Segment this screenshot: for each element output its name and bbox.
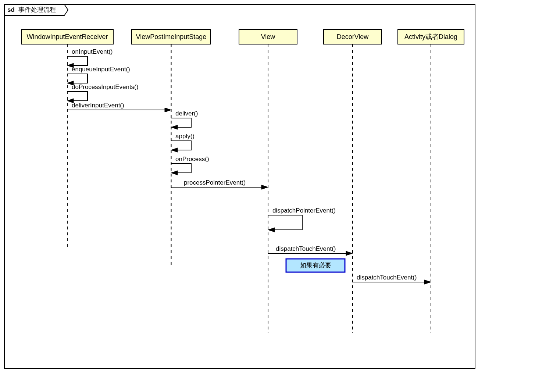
frame-prefix: sd — [7, 6, 15, 13]
participant-activityordialog: Activity或者Dialog — [398, 29, 464, 333]
msg-dispatchtouchevent-1: dispatchTouchEvent() — [268, 245, 353, 256]
participant-decorview: DecorView — [324, 29, 382, 333]
svg-marker-32 — [261, 185, 268, 189]
participant-windowinputeventreceiver: WindowInputEventReceiver — [21, 29, 113, 248]
msg-doprocessinputevents: doProcessInputEvents() — [67, 83, 138, 103]
msg-dispatchpointerevent: dispatchPointerEvent() — [268, 207, 336, 232]
msg-apply: apply() — [171, 133, 195, 152]
svg-marker-27 — [171, 148, 178, 152]
msg-deliverinputevent: deliverInputEvent() — [67, 102, 171, 112]
svg-text:WindowInputEventReceiver: WindowInputEventReceiver — [26, 33, 108, 40]
frame-title: 事件处理流程 — [18, 6, 56, 13]
svg-text:onInputEvent(): onInputEvent() — [72, 48, 113, 55]
msg-processpointerevent: processPointerEvent() — [171, 179, 268, 189]
svg-text:View: View — [261, 33, 276, 40]
svg-marker-29 — [171, 171, 178, 175]
svg-text:ViewPostImeInputStage: ViewPostImeInputStage — [136, 33, 207, 40]
msg-onprocess: onProcess() — [171, 156, 209, 175]
svg-marker-25 — [171, 125, 178, 129]
svg-text:deliver(): deliver() — [175, 110, 198, 117]
svg-text:onProcess(): onProcess() — [175, 156, 209, 163]
msg-enqueueinputevent: enqueueInputEvent() — [67, 66, 130, 85]
note-if-necessary: 如果有必要 — [286, 259, 345, 272]
svg-text:dispatchTouchEvent(): dispatchTouchEvent() — [276, 245, 336, 252]
svg-marker-42 — [424, 280, 431, 284]
svg-text:apply(): apply() — [175, 133, 195, 140]
svg-text:dispatchTouchEvent(): dispatchTouchEvent() — [357, 274, 417, 281]
svg-text:deliverInputEvent(): deliverInputEvent() — [72, 102, 124, 109]
svg-marker-37 — [346, 251, 353, 256]
svg-text:如果有必要: 如果有必要 — [300, 262, 331, 269]
svg-marker-34 — [268, 228, 275, 232]
svg-text:DecorView: DecorView — [337, 33, 369, 40]
participant-viewpostimeinputstage: ViewPostImeInputStage — [132, 29, 211, 267]
svg-text:dispatchPointerEvent(): dispatchPointerEvent() — [272, 207, 336, 214]
svg-text:Activity或者Dialog: Activity或者Dialog — [404, 33, 457, 40]
svg-text:processPointerEvent(): processPointerEvent() — [184, 179, 246, 186]
msg-dispatchtouchevent-2: dispatchTouchEvent() — [353, 274, 431, 284]
sequence-diagram: sd 事件处理流程 WindowInputEventReceiver ViewP… — [0, 0, 553, 392]
participant-view: View — [239, 29, 297, 333]
msg-deliver: deliver() — [171, 110, 198, 129]
msg-oninputevent: onInputEvent() — [67, 48, 113, 68]
frame-rect — [4, 4, 475, 368]
svg-text:doProcessInputEvents(): doProcessInputEvents() — [72, 83, 138, 90]
svg-text:enqueueInputEvent(): enqueueInputEvent() — [72, 66, 130, 73]
svg-marker-23 — [165, 108, 171, 112]
